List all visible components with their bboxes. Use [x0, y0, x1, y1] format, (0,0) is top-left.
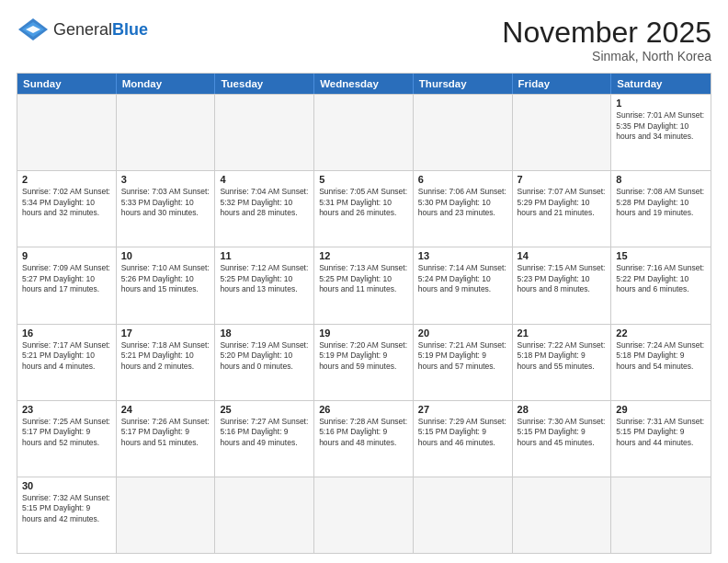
calendar-cell [513, 95, 612, 170]
calendar-cell: 28Sunrise: 7:30 AM Sunset: 5:15 PM Dayli… [513, 401, 612, 477]
cell-info: Sunrise: 7:24 AM Sunset: 5:18 PM Dayligh… [616, 340, 706, 372]
generalblue-logo-icon [17, 17, 50, 42]
calendar-cell: 11Sunrise: 7:12 AM Sunset: 5:25 PM Dayli… [215, 247, 314, 323]
cell-day-number: 21 [518, 327, 607, 339]
cell-info: Sunrise: 7:21 AM Sunset: 5:19 PM Dayligh… [418, 340, 507, 372]
calendar-cell: 17Sunrise: 7:18 AM Sunset: 5:21 PM Dayli… [117, 325, 216, 400]
cell-day-number: 27 [418, 404, 507, 415]
calendar-cell: 15Sunrise: 7:16 AM Sunset: 5:22 PM Dayli… [611, 247, 711, 323]
cell-info: Sunrise: 7:25 AM Sunset: 5:17 PM Dayligh… [22, 417, 111, 448]
cell-day-number: 19 [319, 327, 408, 339]
week-row-5: 23Sunrise: 7:25 AM Sunset: 5:17 PM Dayli… [17, 400, 711, 477]
logo-text: GeneralBlue [53, 20, 148, 40]
month-title: November 2025 [502, 17, 711, 49]
cell-info: Sunrise: 7:06 AM Sunset: 5:30 PM Dayligh… [418, 187, 507, 218]
calendar-cell: 26Sunrise: 7:28 AM Sunset: 5:16 PM Dayli… [314, 401, 414, 477]
calendar-cell [314, 477, 414, 553]
cell-day-number: 2 [22, 174, 111, 185]
calendar-cell: 14Sunrise: 7:15 AM Sunset: 5:23 PM Dayli… [513, 247, 612, 323]
calendar-cell: 3Sunrise: 7:03 AM Sunset: 5:33 PM Daylig… [117, 171, 216, 247]
cell-day-number: 25 [220, 404, 309, 415]
calendar-cell [314, 95, 414, 170]
calendar-cell [414, 477, 513, 553]
logo: GeneralBlue [17, 17, 148, 42]
cell-info: Sunrise: 7:12 AM Sunset: 5:25 PM Dayligh… [220, 263, 309, 294]
cell-info: Sunrise: 7:22 AM Sunset: 5:18 PM Dayligh… [518, 340, 607, 372]
calendar-cell: 1Sunrise: 7:01 AM Sunset: 5:35 PM Daylig… [611, 95, 711, 170]
cell-info: Sunrise: 7:08 AM Sunset: 5:28 PM Dayligh… [616, 187, 706, 218]
calendar-cell: 13Sunrise: 7:14 AM Sunset: 5:24 PM Dayli… [414, 247, 513, 323]
cell-info: Sunrise: 7:17 AM Sunset: 5:21 PM Dayligh… [22, 340, 111, 372]
day-header-thursday: Thursday [414, 74, 513, 94]
calendar-cell: 9Sunrise: 7:09 AM Sunset: 5:27 PM Daylig… [17, 247, 117, 323]
day-header-wednesday: Wednesday [314, 74, 414, 94]
cell-day-number: 24 [121, 404, 210, 415]
calendar-cell: 21Sunrise: 7:22 AM Sunset: 5:18 PM Dayli… [513, 325, 612, 400]
cell-info: Sunrise: 7:10 AM Sunset: 5:26 PM Dayligh… [121, 263, 210, 294]
cell-info: Sunrise: 7:19 AM Sunset: 5:20 PM Dayligh… [220, 340, 309, 372]
calendar-cell [215, 95, 314, 170]
cell-info: Sunrise: 7:14 AM Sunset: 5:24 PM Dayligh… [418, 263, 507, 294]
cell-day-number: 12 [319, 250, 408, 261]
header: GeneralBlue November 2025 Sinmak, North … [17, 17, 711, 63]
calendar: SundayMondayTuesdayWednesdayThursdayFrid… [17, 73, 711, 554]
cell-day-number: 16 [22, 327, 111, 339]
cell-info: Sunrise: 7:18 AM Sunset: 5:21 PM Dayligh… [121, 340, 210, 372]
cell-info: Sunrise: 7:28 AM Sunset: 5:16 PM Dayligh… [319, 417, 408, 448]
cell-info: Sunrise: 7:02 AM Sunset: 5:34 PM Dayligh… [22, 187, 111, 218]
cell-day-number: 23 [22, 404, 111, 415]
cell-info: Sunrise: 7:09 AM Sunset: 5:27 PM Dayligh… [22, 263, 111, 294]
calendar-cell: 16Sunrise: 7:17 AM Sunset: 5:21 PM Dayli… [17, 325, 117, 400]
calendar-cell [513, 477, 612, 553]
cell-info: Sunrise: 7:30 AM Sunset: 5:15 PM Dayligh… [518, 417, 607, 448]
calendar-cell: 23Sunrise: 7:25 AM Sunset: 5:17 PM Dayli… [17, 401, 117, 477]
cell-info: Sunrise: 7:07 AM Sunset: 5:29 PM Dayligh… [518, 187, 607, 218]
cell-info: Sunrise: 7:32 AM Sunset: 5:15 PM Dayligh… [22, 493, 111, 524]
day-header-tuesday: Tuesday [215, 74, 314, 94]
week-row-2: 2Sunrise: 7:02 AM Sunset: 5:34 PM Daylig… [17, 170, 711, 247]
cell-info: Sunrise: 7:01 AM Sunset: 5:35 PM Dayligh… [616, 110, 706, 142]
cell-day-number: 13 [418, 250, 507, 261]
cell-day-number: 30 [22, 480, 111, 491]
calendar-cell: 20Sunrise: 7:21 AM Sunset: 5:19 PM Dayli… [414, 325, 513, 400]
cell-day-number: 5 [319, 174, 408, 185]
cell-day-number: 22 [616, 327, 706, 339]
week-row-3: 9Sunrise: 7:09 AM Sunset: 5:27 PM Daylig… [17, 247, 711, 323]
week-row-1: 1Sunrise: 7:01 AM Sunset: 5:35 PM Daylig… [17, 94, 711, 170]
cell-info: Sunrise: 7:27 AM Sunset: 5:16 PM Dayligh… [220, 417, 309, 448]
calendar-cell [17, 95, 117, 170]
calendar-cell: 30Sunrise: 7:32 AM Sunset: 5:15 PM Dayli… [17, 477, 117, 553]
cell-day-number: 11 [220, 250, 309, 261]
calendar-cell: 22Sunrise: 7:24 AM Sunset: 5:18 PM Dayli… [611, 325, 711, 400]
cell-day-number: 14 [518, 250, 607, 261]
cell-day-number: 4 [220, 174, 309, 185]
day-header-sunday: Sunday [17, 74, 117, 94]
cell-day-number: 3 [121, 174, 210, 185]
day-header-friday: Friday [513, 74, 612, 94]
calendar-cell: 18Sunrise: 7:19 AM Sunset: 5:20 PM Dayli… [215, 325, 314, 400]
day-headers: SundayMondayTuesdayWednesdayThursdayFrid… [17, 74, 711, 94]
calendar-cell: 7Sunrise: 7:07 AM Sunset: 5:29 PM Daylig… [513, 171, 612, 247]
calendar-cell: 12Sunrise: 7:13 AM Sunset: 5:25 PM Dayli… [314, 247, 414, 323]
calendar-cell [611, 477, 711, 553]
cell-day-number: 7 [518, 174, 607, 185]
cell-day-number: 26 [319, 404, 408, 415]
cell-day-number: 10 [121, 250, 210, 261]
cell-info: Sunrise: 7:15 AM Sunset: 5:23 PM Dayligh… [518, 263, 607, 294]
cell-info: Sunrise: 7:20 AM Sunset: 5:19 PM Dayligh… [319, 340, 408, 372]
cell-info: Sunrise: 7:03 AM Sunset: 5:33 PM Dayligh… [121, 187, 210, 218]
page: GeneralBlue November 2025 Sinmak, North … [0, 0, 728, 563]
cell-day-number: 6 [418, 174, 507, 185]
calendar-cell: 10Sunrise: 7:10 AM Sunset: 5:26 PM Dayli… [117, 247, 216, 323]
day-header-monday: Monday [117, 74, 216, 94]
cell-day-number: 18 [220, 327, 309, 339]
cell-day-number: 28 [518, 404, 607, 415]
calendar-cell: 25Sunrise: 7:27 AM Sunset: 5:16 PM Dayli… [215, 401, 314, 477]
cell-info: Sunrise: 7:13 AM Sunset: 5:25 PM Dayligh… [319, 263, 408, 294]
cell-info: Sunrise: 7:26 AM Sunset: 5:17 PM Dayligh… [121, 417, 210, 448]
calendar-cell: 4Sunrise: 7:04 AM Sunset: 5:32 PM Daylig… [215, 171, 314, 247]
weeks-container: 1Sunrise: 7:01 AM Sunset: 5:35 PM Daylig… [17, 94, 711, 553]
cell-day-number: 15 [616, 250, 706, 261]
calendar-cell [117, 95, 216, 170]
calendar-cell [215, 477, 314, 553]
